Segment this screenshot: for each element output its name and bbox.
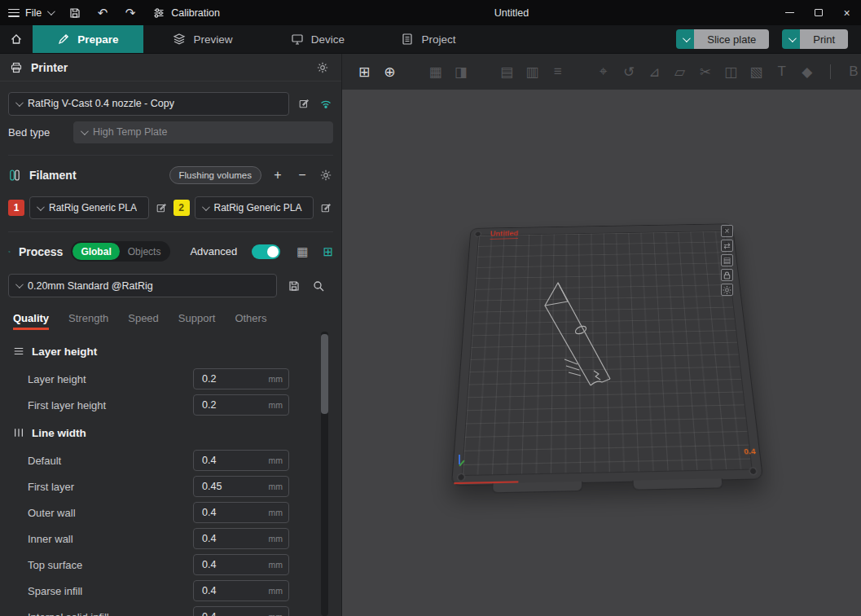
layer-height-input[interactable]: mm [193, 368, 289, 389]
titlebar: File ↶ ↷ Calibration Untitled × [0, 0, 861, 25]
plate-front-tab [492, 482, 582, 494]
filament-2-select[interactable]: RatRig Generic PLA [195, 196, 314, 219]
slice-plate-button[interactable]: Slice plate [676, 29, 769, 49]
printer-settings-button[interactable] [315, 60, 330, 75]
setting-row: Top surface mm [10, 552, 312, 578]
tab-preview[interactable]: Preview [143, 25, 262, 53]
object-list-icon[interactable]: ≡ [551, 64, 565, 80]
tab-others[interactable]: Others [235, 312, 266, 328]
edit-filament-1-button[interactable] [154, 200, 169, 215]
save-button[interactable] [61, 0, 89, 25]
printer-connection-button[interactable] [318, 96, 333, 111]
save-preset-button[interactable] [287, 279, 301, 293]
first-layer-height-input[interactable]: mm [193, 394, 289, 416]
minimize-button[interactable] [775, 0, 804, 25]
line-width-internal-solid-infill-input[interactable]: mm [193, 606, 289, 616]
setting-label: First layer height [10, 399, 193, 411]
tab-project[interactable]: Project [373, 25, 484, 53]
settings-scrollbar[interactable] [321, 332, 328, 616]
seam-paint-icon[interactable]: ◆ [800, 64, 815, 81]
home-icon [10, 33, 23, 46]
line-width-default-input[interactable]: mm [193, 450, 289, 471]
calibration-button[interactable]: Calibration [144, 0, 228, 25]
advanced-toggle[interactable] [252, 244, 280, 259]
split-to-parts-icon[interactable]: ▥ [525, 64, 539, 81]
value-input[interactable] [194, 455, 269, 466]
tab-device[interactable]: Device [262, 25, 373, 53]
value-input[interactable] [194, 559, 269, 570]
preset-structure-icon[interactable]: ⊞ [323, 244, 333, 259]
bed-type-select[interactable]: High Temp Plate [73, 121, 333, 143]
redo-button[interactable]: ↷ [116, 0, 144, 25]
flatten-icon[interactable]: ▱ [673, 64, 687, 81]
edit-filament-2-button[interactable] [318, 200, 333, 215]
line-width-sparse-infill-input[interactable]: mm [193, 580, 289, 601]
edit-printer-button[interactable] [297, 96, 311, 111]
close-button[interactable]: × [832, 0, 861, 25]
3d-scene[interactable]: Untitled 0.4 [342, 90, 861, 616]
filament-settings-button[interactable] [318, 168, 333, 183]
tab-strength[interactable]: Strength [68, 312, 108, 328]
model-wireframe[interactable] [540, 279, 622, 392]
mesh-boolean-icon[interactable]: ◫ [723, 64, 738, 81]
slice-options-button[interactable] [676, 29, 694, 49]
line-width-outer-wall-input[interactable]: mm [193, 502, 289, 523]
plate-grid-icon[interactable]: ▤ [721, 254, 733, 266]
filament-2-badge[interactable]: 2 [174, 200, 190, 216]
search-icon [312, 279, 325, 293]
arrange-icon[interactable]: ▦ [428, 64, 443, 81]
value-input[interactable] [194, 373, 269, 385]
plate-name-label[interactable]: Untitled [490, 230, 519, 240]
tab-speed[interactable]: Speed [128, 312, 159, 328]
scale-icon[interactable]: ⊿ [647, 64, 661, 81]
plate-lock-icon[interactable] [721, 269, 733, 281]
plate-swap-icon[interactable]: ⇄ [721, 240, 733, 252]
search-settings-button[interactable] [311, 279, 326, 293]
assembly-icon[interactable]: B [846, 64, 861, 80]
cut-icon[interactable]: ✂ [698, 64, 713, 81]
flushing-volumes-button[interactable]: Flushing volumes [169, 166, 261, 184]
add-plate-icon[interactable]: ⊞ [357, 64, 371, 81]
tab-prepare[interactable]: Prepare [33, 25, 143, 53]
value-input[interactable] [194, 611, 269, 616]
line-width-first-layer-input[interactable]: mm [193, 476, 289, 497]
add-filament-button[interactable]: + [270, 168, 286, 183]
line-width-inner-wall-input[interactable]: mm [193, 528, 289, 549]
line-width-top-surface-input[interactable]: mm [193, 554, 289, 575]
undo-button[interactable]: ↶ [89, 0, 116, 25]
tab-quality[interactable]: Quality [13, 312, 49, 328]
print-button[interactable]: Print [782, 29, 848, 49]
print-options-button[interactable] [782, 29, 800, 49]
process-scope-toggle[interactable]: Global Objects [71, 241, 170, 262]
unit-label: mm [269, 586, 289, 596]
value-input[interactable] [194, 507, 269, 518]
value-input[interactable] [194, 533, 269, 544]
tab-support[interactable]: Support [178, 312, 216, 328]
plate-settings-icon[interactable] [721, 284, 733, 296]
value-input[interactable] [194, 399, 269, 411]
settings-table-icon[interactable]: ▦ [297, 244, 308, 259]
text-tool-icon[interactable]: T [775, 64, 789, 80]
scope-objects[interactable]: Objects [120, 243, 169, 260]
scrollbar-thumb[interactable] [321, 334, 328, 414]
remove-filament-button[interactable]: − [294, 168, 310, 183]
maximize-button[interactable] [804, 0, 832, 25]
plate-close-icon[interactable]: × [721, 225, 733, 237]
home-tab[interactable] [0, 25, 33, 53]
process-preset-value: 0.20mm Standard @RatRig [28, 280, 153, 292]
value-input[interactable] [194, 481, 269, 492]
process-preset-select[interactable]: 0.20mm Standard @RatRig [8, 274, 277, 297]
filament-1-badge[interactable]: 1 [8, 200, 24, 216]
add-object-icon[interactable]: ⊕ [382, 64, 397, 81]
support-paint-icon[interactable]: ▧ [749, 64, 763, 81]
split-to-objects-icon[interactable]: ▤ [499, 64, 514, 81]
rotate-icon[interactable]: ↺ [622, 64, 636, 81]
move-icon[interactable]: ⌖ [596, 64, 611, 80]
file-menu-button[interactable]: File [0, 0, 61, 25]
auto-orient-icon[interactable]: ◨ [454, 64, 468, 81]
scope-global[interactable]: Global [72, 243, 119, 260]
value-input[interactable] [194, 585, 269, 596]
setting-row: Layer height mm [10, 366, 312, 392]
printer-preset-select[interactable]: RatRig V-Cast 0.4 nozzle - Copy [8, 92, 289, 116]
filament-1-select[interactable]: RatRig Generic PLA [29, 196, 149, 219]
